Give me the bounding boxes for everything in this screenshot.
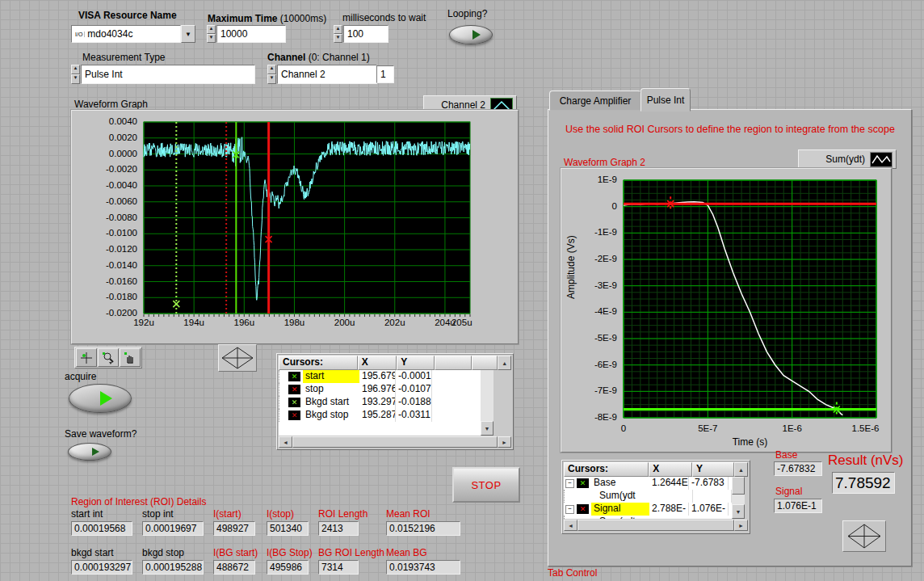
start-int-value: 0.00019568 <box>71 521 132 536</box>
cursor-name[interactable]: Bkgd start <box>303 396 359 409</box>
plot-style-icon <box>870 152 892 167</box>
cursor-row-bkgd-stop[interactable]: ✕ Bkgd stop 195.287 -0.0311 <box>279 409 481 422</box>
cursor-row-bkgd-start[interactable]: ✕ Bkgd start 193.297 -0.0188 <box>279 396 481 409</box>
y-tick-label: -2E-9 <box>594 254 617 263</box>
cursor-tool-button[interactable] <box>76 348 97 367</box>
measurement-type-ring[interactable]: ▲▼ Pulse Int <box>71 65 255 84</box>
plot-legend-2-label: Sum(ydt) <box>825 154 865 165</box>
measurement-type-value: Pulse Int <box>85 69 123 80</box>
max-time-control[interactable]: ▲▼ 10000 <box>207 25 286 43</box>
increment-decrement-icon[interactable]: ▲▼ <box>267 65 276 84</box>
visa-resource-combo[interactable]: I/O mdo4034c ▼ <box>71 25 195 43</box>
cursor-name[interactable]: Base <box>591 477 649 490</box>
cursor-row-start[interactable]: ✕ start 195.679 -0.0001 <box>279 370 481 383</box>
scroll-down-icon[interactable]: ▼ <box>481 421 494 436</box>
x-tick-label: 0 <box>621 423 626 433</box>
scroll-up-icon[interactable]: ▲ <box>734 462 748 477</box>
stop-int-value: 0.00019697 <box>142 521 204 536</box>
scroll-down-icon[interactable]: ▼ <box>732 504 745 519</box>
channel-ring[interactable]: ▲▼ Channel 2 <box>267 65 377 84</box>
x-tick-label: 200u <box>334 318 355 327</box>
y-tick-label: -0.0200 <box>106 308 137 318</box>
acquire-button[interactable] <box>69 384 132 413</box>
cursor-x-value: 1.2644E <box>649 477 689 490</box>
graph-tools-palette[interactable] <box>74 347 142 368</box>
tab-charge-amplifier[interactable]: Charge Amplifier <box>549 91 641 111</box>
cursor-legend-header-name: Cursors: <box>279 356 358 370</box>
x-tick-label: 1E-6 <box>783 423 802 433</box>
y-tick-label: -6E-9 <box>594 360 617 369</box>
cursor-name[interactable]: start <box>303 370 359 383</box>
scroll-left-icon[interactable]: ◄ <box>564 520 578 531</box>
increment-decrement-icon[interactable]: ▲▼ <box>207 25 216 43</box>
cursor-x-value: 195.287 <box>359 409 396 422</box>
cursor-y-value: -0.0188 <box>396 396 432 409</box>
x-axis-ticks: 05E-71E-61.5E-6 <box>624 423 876 435</box>
cursor-row-signal[interactable]: − ✕ Signal 2.788E- 1.076E- <box>564 503 732 516</box>
x-tick-label: 196u <box>234 318 255 327</box>
y-tick-label: -0.0100 <box>106 228 137 238</box>
cursor-y-value: -0.0311 <box>396 409 432 422</box>
stop-button[interactable]: STOP <box>452 467 520 503</box>
cursor-legend-2[interactable]: Cursors: X Y ▲ − ✕ Base 1.2644E -7.6783 … <box>561 460 750 534</box>
x-tick-label: 202u <box>384 318 405 327</box>
scroll-right-icon[interactable]: ► <box>734 520 748 531</box>
save-waveform-toggle-button[interactable] <box>68 443 111 461</box>
cursor-name[interactable]: stop <box>303 383 359 396</box>
cursor-name[interactable]: Signal <box>591 503 649 516</box>
cursor-row-base[interactable]: − ✕ Base 1.2644E -7.6783 <box>564 477 732 490</box>
cursor-legend-header-x: X <box>358 356 397 370</box>
scroll-right-icon[interactable]: ► <box>498 436 511 448</box>
i-bg-start-value: 488672 <box>213 560 255 575</box>
plot-area[interactable] <box>624 180 876 418</box>
cursor-name[interactable]: Bkgd stop <box>303 409 359 422</box>
magnifier-icon <box>102 352 115 364</box>
cursor-legend-header-x: X <box>649 462 692 477</box>
mean-bg-value: 0.0193743 <box>386 560 460 575</box>
y-tick-label: -0.0060 <box>106 196 137 206</box>
zoom-tool-button[interactable] <box>98 348 119 367</box>
cursor-mover-pad[interactable] <box>218 344 257 372</box>
cursor-row-stop[interactable]: ✕ stop 196.976 -0.0107 <box>279 383 481 396</box>
cursor-legend-header-blank <box>435 356 472 370</box>
cursor-plot-name: Sum(ydt <box>597 516 655 519</box>
cursor-legend-header-y: Y <box>692 462 734 477</box>
cursor-child-row: Sum(ydt <box>564 516 732 519</box>
cursor-legend-header-name: Cursors: <box>564 462 649 477</box>
plot-area[interactable] <box>144 122 470 314</box>
base-label: Base <box>775 449 797 461</box>
cursor-marker-icon: ✕ <box>577 478 589 488</box>
plot-legend-2[interactable]: Sum(ydt) <box>798 149 897 169</box>
max-time-value: 10000 <box>220 28 247 40</box>
horizontal-scrollbar[interactable]: ◄ ► <box>279 436 511 448</box>
y-tick-label: -0.0120 <box>106 244 137 254</box>
scroll-left-icon[interactable]: ◄ <box>279 436 292 448</box>
tree-collapse-icon[interactable]: − <box>565 479 574 488</box>
vertical-scrollbar[interactable]: ▼ <box>481 370 494 436</box>
y-tick-label: -4E-9 <box>594 306 617 316</box>
y-tick-label: 0.0020 <box>109 133 137 142</box>
tree-collapse-icon[interactable]: − <box>565 505 574 514</box>
y-tick-label: -1E-9 <box>594 227 617 237</box>
x-axis-label: Time (s) <box>624 436 876 448</box>
y-tick-label: 0.0040 <box>109 116 137 126</box>
vertical-scrollbar[interactable]: ▼ <box>732 477 745 519</box>
scroll-up-icon[interactable]: ▲ <box>498 356 511 370</box>
x-tick-label: 5E-7 <box>698 423 717 433</box>
chevron-down-icon[interactable]: ▼ <box>181 25 195 43</box>
cursor-y-value: -0.0107 <box>396 383 432 396</box>
increment-decrement-icon[interactable]: ▲▼ <box>71 65 80 84</box>
cursor-legend[interactable]: Cursors: X Y ▲ ✕ start 195.679 -0.0001 ✕… <box>276 353 514 450</box>
bkgd-start-label: bkgd start <box>71 547 114 558</box>
ms-wait-control[interactable]: ▲▼ 100 <box>334 25 388 43</box>
bg-roi-length-label: BG ROI Length <box>318 547 384 558</box>
cursor-mover-pad-2[interactable] <box>842 520 886 552</box>
looping-toggle-button[interactable] <box>449 25 493 44</box>
i-bg-start-label: I(BG start) <box>213 547 258 558</box>
increment-decrement-icon[interactable]: ▲▼ <box>334 25 342 43</box>
y-tick-label: 0.0000 <box>109 149 137 158</box>
horizontal-scrollbar[interactable]: ◄ ► <box>564 520 748 531</box>
tab-pulse-int[interactable]: Pulse Int <box>640 88 691 112</box>
pan-tool-button[interactable] <box>120 348 141 367</box>
arrow-icon <box>92 448 99 456</box>
